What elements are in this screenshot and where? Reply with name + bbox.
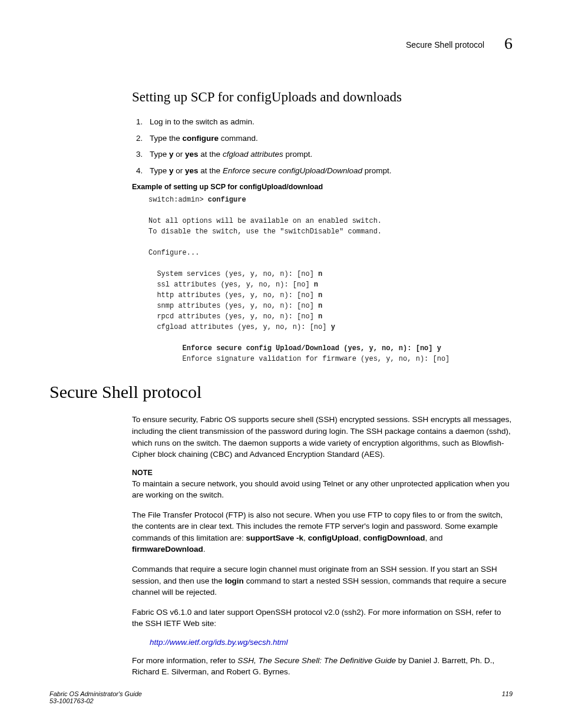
- footer-docnum: 53-1001763-02: [49, 697, 513, 704]
- paragraph: For more information, refer to SSH, The …: [49, 655, 513, 678]
- step-2: Type the configure command.: [145, 132, 513, 145]
- page-number: 119: [502, 690, 513, 697]
- code-block: switch:admin> configure Not all options …: [49, 195, 513, 364]
- link-line: http://www.ietf.org/ids.by.wg/secsh.html: [49, 638, 513, 647]
- step-3: Type y or yes at the cfgload attributes …: [145, 148, 513, 161]
- step-1: Log in to the switch as admin.: [145, 116, 513, 129]
- note-label: NOTE: [49, 469, 513, 477]
- section-heading: Secure Shell protocol: [49, 382, 513, 402]
- page: Secure Shell protocol 6 Setting up SCP f…: [0, 0, 562, 728]
- chapter-number: 6: [504, 34, 513, 53]
- paragraph: Fabric OS v6.1.0 and later support OpenS…: [49, 607, 513, 630]
- subsection-heading: Setting up SCP for configUploads and dow…: [49, 90, 513, 105]
- procedure-steps: Log in to the switch as admin. Type the …: [49, 116, 513, 177]
- note-body: To maintain a secure network, you should…: [49, 478, 513, 501]
- step-4: Type y or yes at the Enforce secure conf…: [145, 164, 513, 177]
- paragraph: Commands that require a secure login cha…: [49, 564, 513, 598]
- paragraph: To ensure security, Fabric OS supports s…: [49, 414, 513, 460]
- page-footer: 119 Fabric OS Administrator's Guide 53-1…: [49, 690, 513, 704]
- example-heading: Example of setting up SCP for configUplo…: [49, 183, 513, 191]
- footer-title: Fabric OS Administrator's Guide: [49, 690, 513, 697]
- ietf-link[interactable]: http://www.ietf.org/ids.by.wg/secsh.html: [150, 638, 288, 647]
- page-header: Secure Shell protocol 6: [49, 35, 513, 54]
- paragraph: The File Transfer Protocol (FTP) is also…: [49, 509, 513, 555]
- header-section-title: Secure Shell protocol: [406, 40, 484, 50]
